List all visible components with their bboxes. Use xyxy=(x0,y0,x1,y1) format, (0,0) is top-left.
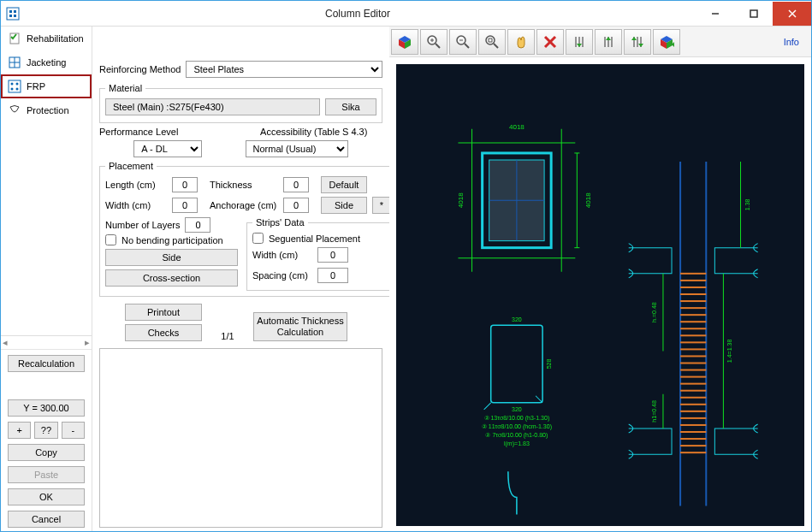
length-input[interactable] xyxy=(172,177,198,192)
sequential-label: Seguential Placement xyxy=(269,233,360,244)
zoom-out-button[interactable] xyxy=(449,29,477,55)
svg-marker-39 xyxy=(606,37,611,40)
default-button[interactable]: Default xyxy=(321,176,367,193)
minimize-button[interactable] xyxy=(696,2,734,26)
placement-legend: Placement xyxy=(105,161,157,171)
plus-button[interactable]: + xyxy=(8,422,31,439)
placement-fieldset: Placement Length (cm) Thickness Default … xyxy=(99,161,389,297)
performance-level-select[interactable]: A - DL xyxy=(133,140,202,157)
svg-line-22 xyxy=(436,44,440,48)
layers-input[interactable] xyxy=(185,217,210,233)
thickness-label: Thickness xyxy=(210,180,278,190)
svg-marker-44 xyxy=(638,44,643,47)
cross-section-button[interactable]: Cross-section xyxy=(105,269,238,287)
length-label: Length (cm) xyxy=(105,180,167,190)
svg-point-17 xyxy=(16,88,19,91)
material-legend: Material xyxy=(105,83,145,93)
output-area xyxy=(99,348,382,528)
spacing-label: Spacing (cm) xyxy=(252,270,312,281)
strips-legend: Strips' Data xyxy=(252,217,308,228)
pan-button[interactable] xyxy=(507,29,535,55)
spacing-input[interactable] xyxy=(317,268,348,283)
ok-button[interactable]: OK xyxy=(8,488,85,505)
tool-button-3[interactable] xyxy=(624,29,651,55)
recalculation-button[interactable]: Recalculation xyxy=(8,355,85,372)
strips-width-input[interactable] xyxy=(317,247,348,263)
tool-button-1[interactable] xyxy=(566,29,593,55)
sidebar-item-frp[interactable]: FRP xyxy=(1,74,92,98)
info-link[interactable]: Info xyxy=(784,37,799,47)
sidebar-item-label: FRP xyxy=(27,81,45,92)
drawing-canvas[interactable]: 4018 4018 4018 320 320 528 ② 13τσ8/10.00… xyxy=(396,64,804,526)
sidebar-item-label: Jacketing xyxy=(27,57,66,68)
anchorage-label: Anchorage (cm) xyxy=(210,200,278,210)
anchorage-input[interactable] xyxy=(283,198,309,213)
annotation-2: ② 11τσ8/10.00 (hcm-1.30) xyxy=(482,423,552,430)
svg-text:4018: 4018 xyxy=(509,123,525,131)
grid-icon xyxy=(8,56,21,69)
sidebar-item-rehabilitation[interactable]: Rehabilitation xyxy=(1,27,92,50)
width-input[interactable] xyxy=(172,198,198,213)
tool-button-2[interactable] xyxy=(595,29,622,55)
svg-text:4018: 4018 xyxy=(584,192,592,208)
svg-point-14 xyxy=(11,83,14,86)
star-button[interactable]: * xyxy=(372,197,389,214)
reinforcing-method-select[interactable]: Steel Plates xyxy=(186,61,382,78)
svg-point-28 xyxy=(486,36,495,44)
strips-width-label: Width (cm) xyxy=(252,250,312,260)
svg-rect-13 xyxy=(9,80,21,92)
viewer-toolbar: Info xyxy=(389,27,811,57)
sidebar-scrollbar[interactable]: ◂▸ xyxy=(1,335,92,349)
side-button[interactable]: Side xyxy=(105,249,238,266)
svg-rect-1 xyxy=(9,10,12,13)
title-bar: Column Editor xyxy=(1,1,811,27)
width-label: Width (cm) xyxy=(105,200,167,210)
accessibility-label: Accessibility (Table S 4.3) xyxy=(246,127,383,137)
checks-button[interactable]: Checks xyxy=(125,324,202,341)
svg-point-15 xyxy=(16,83,19,86)
no-bending-checkbox[interactable] xyxy=(105,234,116,245)
paste-button[interactable]: Paste xyxy=(8,466,85,483)
svg-rect-2 xyxy=(14,10,16,13)
zoom-in-button[interactable] xyxy=(420,29,447,55)
material-button[interactable]: Steel (Main) :S275(Fe430) xyxy=(105,98,320,115)
minus-button[interactable]: - xyxy=(62,422,85,439)
page-indicator: 1/1 xyxy=(210,331,245,341)
svg-marker-35 xyxy=(577,44,582,47)
accessibility-select[interactable]: Normal (Usual) xyxy=(246,140,348,157)
sidebar-item-jacketing[interactable]: Jacketing xyxy=(1,50,92,74)
annotation-1: ② 13τσ8/10.00 (h3-1.30) xyxy=(484,415,550,422)
svg-text:1.38: 1.38 xyxy=(744,198,750,210)
app-icon xyxy=(6,7,20,21)
y-value-display[interactable]: Y = 300.00 xyxy=(8,399,85,417)
viewer-panel: Info 4018 4018 xyxy=(389,27,811,532)
printout-button[interactable]: Printout xyxy=(125,304,202,321)
view-3d-button[interactable] xyxy=(391,29,418,55)
checklist-icon xyxy=(8,32,21,45)
copy-button[interactable]: Copy xyxy=(8,444,85,461)
svg-text:1.4=1.38: 1.4=1.38 xyxy=(726,340,732,364)
side-button-placement[interactable]: Side xyxy=(321,197,367,214)
query-button[interactable]: ?? xyxy=(34,422,57,439)
close-button[interactable] xyxy=(773,2,811,26)
svg-text:h.=0.48: h.=0.48 xyxy=(651,302,657,322)
maximize-button[interactable] xyxy=(734,2,773,26)
sidebar-item-protection[interactable]: Protection xyxy=(1,98,92,122)
scroll-right-icon[interactable]: ▸ xyxy=(85,337,90,348)
scroll-left-icon[interactable]: ◂ xyxy=(3,337,8,348)
svg-rect-9 xyxy=(10,33,19,44)
auto-thickness-button[interactable]: Automatic Thickness Calculation xyxy=(253,312,347,341)
tool-button-4[interactable] xyxy=(653,29,680,55)
sequential-checkbox[interactable] xyxy=(252,233,264,244)
svg-marker-43 xyxy=(631,37,637,40)
window-title: Column Editor xyxy=(20,8,696,20)
zoom-extents-button[interactable] xyxy=(478,29,506,55)
svg-rect-3 xyxy=(9,15,12,17)
cancel-button[interactable]: Cancel xyxy=(8,511,85,528)
svg-text:320: 320 xyxy=(512,316,522,322)
sika-button[interactable]: Sika xyxy=(325,98,376,115)
material-fieldset: Material Steel (Main) :S275(Fe430) Sika xyxy=(99,83,382,123)
delete-button[interactable] xyxy=(536,29,564,55)
reinforcing-method-label: Reinforcing Method xyxy=(99,64,181,74)
thickness-input[interactable] xyxy=(283,177,309,192)
